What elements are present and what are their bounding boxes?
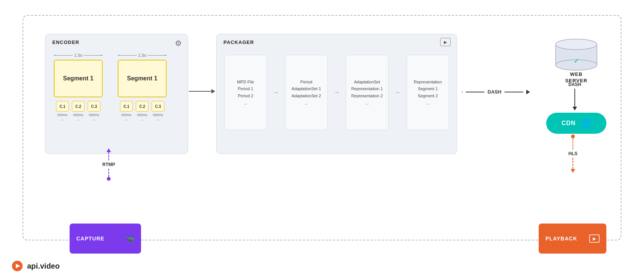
play-icon: ▶ <box>589 234 600 243</box>
packager-card-1: MPD FilePeriod 1Period 2... <box>224 55 267 130</box>
camera-icon: 📹 <box>126 234 134 243</box>
chunk-arrows-1: ↔ ↔ ↔ <box>56 118 100 122</box>
cylinder-svg: ✓ <box>554 38 599 71</box>
chunk-row-2: C.1 C.2 C.3 <box>120 101 164 112</box>
dash-vertical-label: DASH <box>568 82 581 87</box>
packager-card-3-text: AdaptationSetRepresentation 1Representat… <box>351 79 383 107</box>
encoder-box: ENCODER ⚙ ← 1.5s → Segment 1 C.1 C.2 C.3… <box>45 34 188 154</box>
chunk-times-1: 500ms 500ms 500ms <box>56 113 100 117</box>
packager-card-4-text: RepresentationSegment 1Segment 2... <box>414 79 442 107</box>
svg-text:✓: ✓ <box>574 57 579 65</box>
packager-title: PACKAGER <box>223 39 254 45</box>
hls-arrow-head <box>571 169 575 173</box>
chunk-times-2: 500ms 500ms 500ms <box>120 113 164 117</box>
duration-indicator-2: ← 1.5s → <box>118 53 167 57</box>
chunk2-c2: C.2 <box>136 101 149 112</box>
chunk-c1: C.1 <box>56 101 69 112</box>
chunk-c2: C.2 <box>72 101 85 112</box>
hls-dot <box>571 134 575 138</box>
chunk-c3: C.3 <box>88 101 100 112</box>
packager-cards: MPD FilePeriod 1Period 2... → PeriodAdap… <box>224 55 449 130</box>
cdn-label: CDN <box>562 120 576 127</box>
rtmp-dashed-line-1 <box>108 152 109 160</box>
chunk2-c3: C.3 <box>152 101 164 112</box>
chunk-row-1: C.1 C.2 C.3 <box>56 101 100 112</box>
hls-dashed-line-2 <box>573 158 573 169</box>
rtmp-dashed-line-2 <box>108 169 109 177</box>
chunk2-c1: C.1 <box>120 101 133 112</box>
rtmp-dot <box>107 177 111 181</box>
duration-indicator-1: ← 1.5s → <box>54 53 103 57</box>
logo-text: api.video <box>27 262 60 270</box>
duration-label-1: 1.5s <box>74 53 82 57</box>
rtmp-arrow-up <box>106 148 111 152</box>
cdn-box: CDN 🌐 <box>546 113 606 134</box>
dash-arrow-label: DASH <box>462 89 530 95</box>
packager-card-4: RepresentationSegment 1Segment 2... <box>407 55 450 130</box>
web-server: ✓ WEB SERVER <box>554 38 599 84</box>
duration-label-2: 1.5s <box>138 53 146 57</box>
hls-section: HLS <box>568 134 577 173</box>
logo-area: api.video <box>11 260 60 272</box>
rtmp-section: RTMP <box>102 148 115 181</box>
segment-1: Segment 1 <box>54 60 103 97</box>
packager-play-icon: ▶ <box>440 38 451 46</box>
packager-arrow-2: → <box>334 89 340 96</box>
hls-dashed-line-1 <box>573 138 573 150</box>
gear-icon: ⚙ <box>175 39 182 48</box>
capture-box: CAPTURE 📹 <box>70 224 141 254</box>
playback-box: PLAYBACK ▶ <box>539 224 606 254</box>
packager-card-1-text: MPD FilePeriod 1Period 2... <box>237 79 254 107</box>
packager-arrow-3: → <box>395 89 401 96</box>
chunk-arrows-2: ↔ ↔ ↔ <box>120 118 164 122</box>
packager-card-3: AdaptationSetRepresentation 1Representat… <box>346 55 389 130</box>
hls-label: HLS <box>568 151 577 156</box>
packager-card-2: PeriodAdaptationSet 1AdaptationSet 2... <box>285 55 328 130</box>
packager-arrow-1: → <box>273 89 279 96</box>
segment-2: Segment 1 <box>118 60 167 97</box>
globe-icon: 🌐 <box>581 118 591 128</box>
svg-point-2 <box>556 39 597 50</box>
encoder-title: ENCODER <box>52 39 79 45</box>
arrow-encoder-packager <box>189 89 215 94</box>
apivideo-logo-icon <box>11 260 23 272</box>
packager-card-2-text: PeriodAdaptationSet 1AdaptationSet 2... <box>292 79 321 107</box>
dash-vertical: DASH <box>568 82 581 107</box>
packager-box: PACKAGER ▶ MPD FilePeriod 1Period 2... →… <box>216 34 457 154</box>
capture-label: CAPTURE <box>76 236 105 242</box>
rtmp-label: RTMP <box>102 162 115 167</box>
dash-label: DASH <box>488 89 501 95</box>
playback-label: PLAYBACK <box>545 236 577 242</box>
